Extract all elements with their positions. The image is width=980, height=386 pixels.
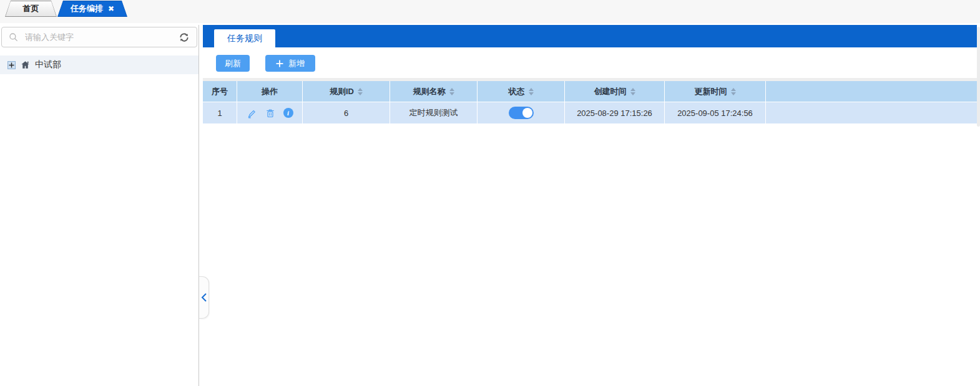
info-icon: i xyxy=(283,108,293,118)
column-header-seq: 序号 xyxy=(203,81,237,102)
home-icon xyxy=(20,60,31,70)
window-tab-bar: 首页 任务编排 ✖ xyxy=(0,0,980,17)
cell-rule-id: 6 xyxy=(303,102,390,123)
plus-icon xyxy=(9,62,14,68)
add-button[interactable]: 新增 xyxy=(265,55,315,72)
column-header-filler xyxy=(766,81,977,102)
panel-tab-task-rules[interactable]: 任务规则 xyxy=(214,29,275,47)
column-header-created[interactable]: 创建时间 xyxy=(565,81,665,102)
cell-seq: 1 xyxy=(203,102,237,123)
column-header-status[interactable]: 状态 xyxy=(478,81,565,102)
cell-status xyxy=(478,102,565,123)
refresh-button[interactable]: 刷新 xyxy=(216,55,250,72)
sidebar: 中试部 xyxy=(0,25,199,386)
topbar-gap xyxy=(0,17,980,23)
column-header-label: 操作 xyxy=(262,86,278,97)
column-header-label: 序号 xyxy=(212,86,228,97)
content-area: 任务规则 刷新 新增 序号 xyxy=(203,25,980,386)
cell-filler xyxy=(766,102,977,123)
refresh-icon[interactable] xyxy=(179,32,190,43)
sidebar-search-box xyxy=(1,27,197,47)
sidebar-collapse-handle[interactable] xyxy=(199,276,209,319)
column-header-label: 规则名称 xyxy=(413,86,446,97)
close-icon[interactable]: ✖ xyxy=(108,5,114,12)
cell-updated: 2025-09-05 17:24:56 xyxy=(665,102,766,123)
info-button[interactable]: i xyxy=(283,108,293,118)
column-header-rule-name[interactable]: 规则名称 xyxy=(390,81,478,102)
tab-home-label: 首页 xyxy=(5,1,57,17)
edit-button[interactable] xyxy=(247,108,257,118)
column-header-label: 更新时间 xyxy=(695,86,727,97)
tab-task-label: 任务编排 xyxy=(71,3,103,14)
sort-icon[interactable] xyxy=(529,88,534,95)
plus-icon xyxy=(276,60,283,67)
edit-pencil-icon xyxy=(247,108,257,118)
column-header-rule-id[interactable]: 规则ID xyxy=(303,81,390,102)
column-header-updated[interactable]: 更新时间 xyxy=(665,81,766,102)
sort-icon[interactable] xyxy=(449,88,454,95)
sort-icon[interactable] xyxy=(630,88,635,95)
tab-home[interactable]: 首页 xyxy=(5,1,57,17)
panel-header-bar: 任务规则 xyxy=(203,25,977,47)
chevron-left-icon xyxy=(201,292,207,302)
delete-button[interactable] xyxy=(265,108,275,118)
table-header: 序号 操作 规则ID 规则名称 状态 创建时间 xyxy=(203,81,977,102)
tab-task-orchestration[interactable]: 任务编排 ✖ xyxy=(57,1,127,17)
cell-created: 2025-08-29 17:15:26 xyxy=(565,102,665,123)
tree-node-label: 中试部 xyxy=(35,59,61,70)
toggle-knob xyxy=(522,108,532,118)
column-header-label: 创建时间 xyxy=(594,86,627,97)
tree-expand-icon[interactable] xyxy=(7,61,16,69)
search-icon xyxy=(9,32,19,42)
refresh-button-label: 刷新 xyxy=(225,58,241,69)
main-layout: 中试部 任务规则 刷新 新增 xyxy=(0,25,980,386)
sort-icon[interactable] xyxy=(731,88,736,95)
scrollbar[interactable] xyxy=(977,27,980,127)
status-toggle[interactable] xyxy=(509,107,534,119)
column-header-label: 规则ID xyxy=(330,86,354,97)
cell-actions: i xyxy=(237,102,303,123)
toolbar: 刷新 新增 xyxy=(203,47,977,72)
table-row: 1 xyxy=(203,102,977,123)
trash-icon xyxy=(265,108,275,118)
add-button-label: 新增 xyxy=(288,58,305,69)
column-header-label: 状态 xyxy=(509,86,525,97)
tree-node-root[interactable]: 中试部 xyxy=(0,55,198,74)
search-input[interactable] xyxy=(24,32,179,42)
cell-rule-name: 定时规则测试 xyxy=(390,102,478,123)
column-header-actions: 操作 xyxy=(237,81,303,102)
sort-icon[interactable] xyxy=(358,88,363,95)
